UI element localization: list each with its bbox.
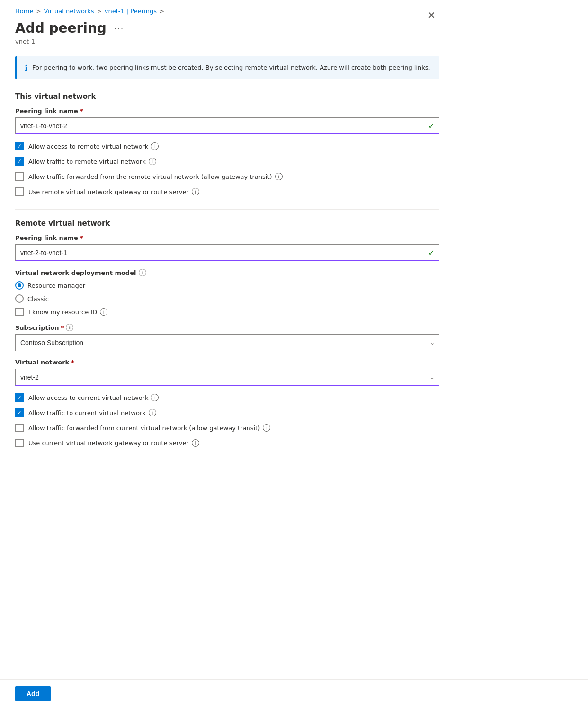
resource-manager-radio[interactable] xyxy=(15,281,24,290)
resource-manager-label: Resource manager xyxy=(27,282,85,289)
allow-traffic-remote-row: Allow traffic to remote virtual network … xyxy=(15,157,439,166)
section-divider xyxy=(15,209,439,210)
virtual-network-select[interactable]: vnet-2 xyxy=(15,369,439,386)
input-check-icon-2: ✓ xyxy=(428,248,435,257)
peering-link-name-input-1[interactable] xyxy=(15,117,439,134)
allow-forwarded-current-info[interactable]: i xyxy=(263,424,270,432)
allow-forwarded-remote-checkbox[interactable] xyxy=(15,172,24,181)
peering-link-name-label-1: Peering link name xyxy=(15,107,78,115)
allow-traffic-current-checkbox[interactable] xyxy=(15,408,24,417)
use-remote-gateway-row: Use remote virtual network gateway or ro… xyxy=(15,187,439,196)
close-button[interactable]: ✕ xyxy=(424,8,439,23)
allow-traffic-current-info[interactable]: i xyxy=(149,409,156,416)
page-title: Add peering xyxy=(15,20,107,36)
breadcrumb-home[interactable]: Home xyxy=(15,8,33,15)
allow-forwarded-remote-info[interactable]: i xyxy=(275,173,283,180)
allow-access-current-info[interactable]: i xyxy=(151,394,159,401)
deployment-model-label: Virtual network deployment model xyxy=(15,269,136,276)
use-current-gateway-checkbox[interactable] xyxy=(15,439,24,447)
allow-traffic-remote-info[interactable]: i xyxy=(149,158,156,165)
know-resource-id-info[interactable]: i xyxy=(100,308,107,316)
allow-forwarded-current-row: Allow traffic forwarded from current vir… xyxy=(15,424,439,432)
allow-access-current-row: Allow access to current virtual network … xyxy=(15,393,439,402)
know-resource-id-label: I know my resource ID xyxy=(28,309,97,316)
allow-access-remote-info[interactable]: i xyxy=(151,142,159,150)
remote-vnet-section-title: Remote virtual network xyxy=(15,219,439,228)
classic-radio[interactable] xyxy=(15,294,24,303)
use-remote-gateway-checkbox[interactable] xyxy=(15,187,24,196)
info-banner: ℹ For peering to work, two peering links… xyxy=(15,56,439,79)
use-current-gateway-label: Use current virtual network gateway or r… xyxy=(28,440,189,447)
breadcrumb-sep2: > xyxy=(97,8,102,15)
allow-traffic-current-label: Allow traffic to current virtual network xyxy=(28,409,146,416)
footer: Add xyxy=(0,679,588,708)
allow-traffic-remote-label: Allow traffic to remote virtual network xyxy=(28,158,146,165)
breadcrumb-virtual-networks[interactable]: Virtual networks xyxy=(44,8,94,15)
use-remote-gateway-label: Use remote virtual network gateway or ro… xyxy=(28,188,189,195)
virtual-network-label: Virtual network xyxy=(15,359,69,366)
add-button[interactable]: Add xyxy=(15,686,51,701)
info-icon: ℹ xyxy=(25,63,27,72)
peering-link-name-input-2[interactable] xyxy=(15,244,439,261)
subscription-label: Subscription xyxy=(15,324,59,331)
use-remote-gateway-info[interactable]: i xyxy=(192,188,199,195)
deployment-model-info[interactable]: i xyxy=(139,269,146,276)
more-options-button[interactable]: ··· xyxy=(111,21,127,35)
use-current-gateway-info[interactable]: i xyxy=(192,439,199,447)
allow-access-current-label: Allow access to current virtual network xyxy=(28,394,148,401)
use-current-gateway-row: Use current virtual network gateway or r… xyxy=(15,439,439,447)
allow-forwarded-current-checkbox[interactable] xyxy=(15,424,24,432)
allow-traffic-current-row: Allow traffic to current virtual network… xyxy=(15,408,439,417)
breadcrumb-sep3: > xyxy=(160,8,164,15)
required-star-subscription: * xyxy=(61,324,64,331)
allow-forwarded-current-label: Allow traffic forwarded from current vir… xyxy=(28,425,260,432)
allow-access-current-checkbox[interactable] xyxy=(15,393,24,402)
required-star-1: * xyxy=(80,107,83,115)
know-resource-id-checkbox[interactable] xyxy=(15,308,24,316)
breadcrumb: Home > Virtual networks > vnet-1 | Peeri… xyxy=(15,8,439,15)
classic-radio-row: Classic xyxy=(15,294,439,303)
allow-forwarded-remote-row: Allow traffic forwarded from the remote … xyxy=(15,172,439,181)
breadcrumb-sep1: > xyxy=(36,8,41,15)
required-star-2: * xyxy=(80,234,83,241)
classic-label: Classic xyxy=(27,295,49,302)
input-check-icon-1: ✓ xyxy=(428,122,435,131)
allow-traffic-remote-checkbox[interactable] xyxy=(15,157,24,166)
know-resource-id-row: I know my resource ID i xyxy=(15,308,439,316)
allow-access-remote-row: Allow access to remote virtual network i xyxy=(15,142,439,150)
peering-link-name-label-2: Peering link name xyxy=(15,234,78,241)
subscription-select[interactable]: Contoso Subscription xyxy=(15,334,439,351)
allow-access-remote-label: Allow access to remote virtual network xyxy=(28,143,148,150)
this-vnet-section-title: This virtual network xyxy=(15,92,439,101)
subscription-info[interactable]: i xyxy=(66,324,73,331)
resource-manager-radio-row: Resource manager xyxy=(15,281,439,290)
allow-forwarded-remote-label: Allow traffic forwarded from the remote … xyxy=(28,173,272,180)
info-banner-text: For peering to work, two peering links m… xyxy=(32,63,430,72)
required-star-vnet: * xyxy=(71,359,74,366)
breadcrumb-peerings[interactable]: vnet-1 | Peerings xyxy=(105,8,157,15)
allow-access-remote-checkbox[interactable] xyxy=(15,142,24,150)
page-subtitle: vnet-1 xyxy=(15,38,439,45)
